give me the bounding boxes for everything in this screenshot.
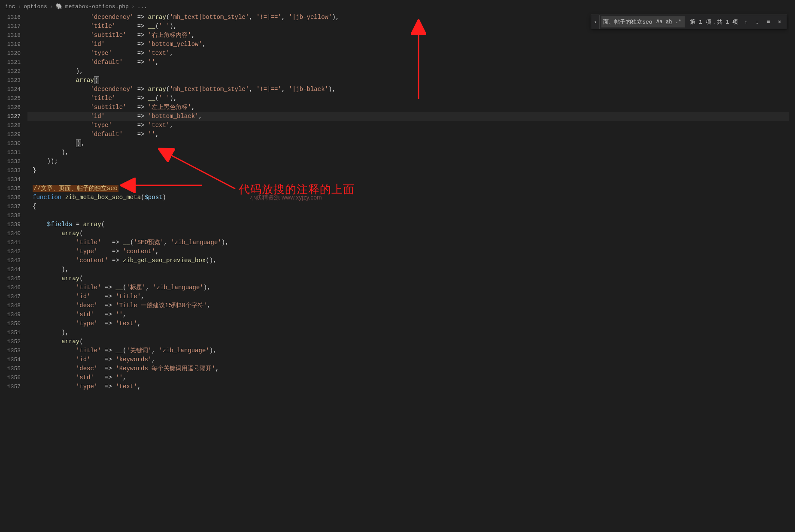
code-line[interactable]: 'id' => 'keywords', <box>27 355 795 364</box>
code-line[interactable]: array( <box>27 337 795 346</box>
line-number-gutter: 1316131713181319132013211322132313241325… <box>0 13 27 532</box>
line-number: 1340 <box>0 229 21 238</box>
code-line[interactable]: 'default' => '', <box>27 58 795 67</box>
code-line[interactable] <box>27 211 795 220</box>
code-line[interactable] <box>27 175 795 184</box>
line-number: 1353 <box>0 346 21 355</box>
code-line[interactable]: array( <box>27 274 795 283</box>
line-number: 1316 <box>0 13 21 22</box>
chevron-right-icon: › <box>18 3 21 10</box>
line-number: 1342 <box>0 247 21 256</box>
code-line[interactable]: 'desc' => 'Title 一般建议15到30个字符', <box>27 301 795 310</box>
code-line[interactable]: 'id' => 'bottom_black', <box>27 112 795 121</box>
minimap[interactable] <box>789 13 795 532</box>
code-line[interactable]: 'id' => 'bottom_yellow', <box>27 40 795 49</box>
chevron-right-icon: › <box>131 3 135 10</box>
line-number: 1325 <box>0 94 21 103</box>
code-line[interactable]: 'id' => 'title', <box>27 292 795 301</box>
find-input[interactable] <box>603 19 655 25</box>
find-in-selection-button[interactable]: ≡ <box>764 17 773 27</box>
line-number: 1330 <box>0 139 21 148</box>
code-line[interactable]: 'type' => 'text', <box>27 382 795 391</box>
code-line[interactable]: ), <box>27 265 795 274</box>
line-number: 1339 <box>0 220 21 229</box>
line-number: 1326 <box>0 103 21 112</box>
line-number: 1328 <box>0 121 21 130</box>
line-number: 1337 <box>0 202 21 211</box>
find-input-wrap: Aa ab .* <box>601 16 685 27</box>
code-line[interactable]: } <box>27 166 795 175</box>
code-line[interactable]: ), <box>27 67 795 76</box>
line-number: 1341 <box>0 238 21 247</box>
code-line[interactable]: 'subtitle' => '左上黑色角标', <box>27 103 795 112</box>
editor-area: 1316131713181319132013211322132313241325… <box>0 13 795 532</box>
line-number: 1354 <box>0 355 21 364</box>
line-number: 1334 <box>0 175 21 184</box>
line-number: 1356 <box>0 373 21 382</box>
chevron-right-icon: › <box>50 3 53 10</box>
line-number: 1329 <box>0 130 21 139</box>
code-line[interactable]: 'title' => __('关键词', 'zib_language'), <box>27 346 795 355</box>
code-line[interactable]: 'desc' => 'Keywords 每个关键词用逗号隔开', <box>27 364 795 373</box>
code-line[interactable]: 'title' => __('标题', 'zib_language'), <box>27 283 795 292</box>
line-number: 1319 <box>0 40 21 49</box>
line-number: 1352 <box>0 337 21 346</box>
line-number: 1322 <box>0 67 21 76</box>
breadcrumb-seg[interactable]: options <box>24 3 47 10</box>
line-number: 1324 <box>0 85 21 94</box>
code-line[interactable]: ), <box>27 139 795 148</box>
code-line[interactable]: 'type' => 'content', <box>27 247 795 256</box>
line-number: 1355 <box>0 364 21 373</box>
code-line[interactable]: ), <box>27 328 795 337</box>
line-number: 1318 <box>0 31 21 40</box>
code-line[interactable]: 'dependency' => array('mh_text|bottom_st… <box>27 85 795 94</box>
line-number: 1333 <box>0 166 21 175</box>
line-number: 1349 <box>0 310 21 319</box>
find-next-button[interactable]: ↓ <box>753 17 762 27</box>
code-line[interactable]: 'std' => '', <box>27 310 795 319</box>
line-number: 1357 <box>0 382 21 391</box>
find-close-button[interactable]: ✕ <box>775 17 784 27</box>
line-number: 1323 <box>0 76 21 85</box>
code-line[interactable]: $fields = array( <box>27 220 795 229</box>
line-number: 1338 <box>0 211 21 220</box>
find-regex-button[interactable]: .* <box>674 17 683 27</box>
code-line[interactable]: 'content' => zib_get_seo_preview_box(), <box>27 256 795 265</box>
line-number: 1345 <box>0 274 21 283</box>
code-line[interactable]: )); <box>27 157 795 166</box>
find-result-count: 第 1 项，共 1 项 <box>686 18 741 26</box>
code-line[interactable]: array( <box>27 229 795 238</box>
code-content[interactable]: 'dependency' => array('mh_text|bottom_st… <box>27 13 795 532</box>
code-line[interactable]: 'title' => __('SEO预览', 'zib_language'), <box>27 238 795 247</box>
find-toggle-replace[interactable]: › <box>591 15 600 29</box>
code-line[interactable]: //文章、页面、帖子的独立seo <box>27 184 795 193</box>
breadcrumb-file[interactable]: metabox-options.php <box>65 3 129 10</box>
breadcrumb-more[interactable]: ... <box>137 3 147 10</box>
find-case-sensitive-button[interactable]: Aa <box>655 17 664 27</box>
breadcrumb: inc › options › 🐘 metabox-options.php › … <box>0 0 795 13</box>
code-line[interactable]: 'std' => '', <box>27 373 795 382</box>
line-number: 1327 <box>0 112 21 121</box>
line-number: 1320 <box>0 49 21 58</box>
code-line[interactable]: 'type' => 'text', <box>27 121 795 130</box>
line-number: 1331 <box>0 148 21 157</box>
code-line[interactable]: 'type' => 'text', <box>27 319 795 328</box>
line-number: 1350 <box>0 319 21 328</box>
code-line[interactable]: function zib_meta_box_seo_meta($post) <box>27 193 795 202</box>
breadcrumb-seg[interactable]: inc <box>5 3 15 10</box>
code-line[interactable]: 'type' => 'text', <box>27 49 795 58</box>
code-line[interactable]: 'title' => __(' '), <box>27 94 795 103</box>
find-prev-button[interactable]: ↑ <box>741 17 751 27</box>
line-number: 1317 <box>0 22 21 31</box>
code-line[interactable]: 'default' => '', <box>27 130 795 139</box>
code-line[interactable]: array( <box>27 76 795 85</box>
line-number: 1346 <box>0 283 21 292</box>
code-line[interactable]: ), <box>27 148 795 157</box>
find-whole-word-button[interactable]: ab <box>664 17 674 27</box>
find-actions: ↑ ↓ ≡ ✕ <box>741 17 787 27</box>
line-number: 1348 <box>0 301 21 310</box>
code-line[interactable]: 'subtitle' => '右上角标内容', <box>27 31 795 40</box>
find-widget: › Aa ab .* 第 1 项，共 1 项 ↑ ↓ ≡ ✕ <box>591 15 787 29</box>
line-number: 1347 <box>0 292 21 301</box>
code-line[interactable]: { <box>27 202 795 211</box>
